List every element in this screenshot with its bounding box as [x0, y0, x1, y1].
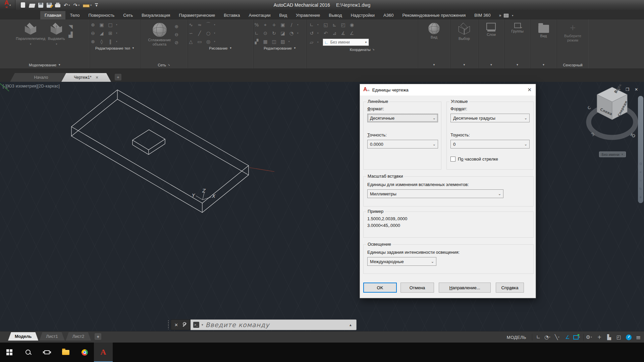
panel-title-mesh[interactable]: Сеть↘ — [140, 61, 187, 68]
undo-button[interactable]: ↶▾ — [64, 3, 70, 8]
navwheel-icon[interactable]: ⊙ — [639, 162, 642, 166]
wrench-icon[interactable] — [182, 322, 187, 327]
app-menu-button[interactable]: AM ▾ — [0, 0, 15, 10]
chrome-button[interactable] — [75, 343, 94, 362]
layout-tab-sheet2[interactable]: Лист2 — [66, 332, 91, 341]
chevron-down-icon[interactable]: ⌄ — [524, 142, 527, 146]
panel-launcher-icon[interactable]: ↘ — [372, 48, 375, 51]
dialog-title-bar[interactable]: Am Единицы чертежа ✕ — [360, 84, 536, 96]
orbit-icon[interactable]: ↻ — [639, 187, 642, 191]
angular-precision-combobox[interactable]: 0⌄ — [450, 140, 530, 148]
annotation-scale-icon[interactable]: + — [595, 333, 604, 342]
panel-title-selection[interactable]: ▼ — [450, 61, 478, 68]
help-button[interactable]: Справка — [496, 283, 524, 293]
chevron-down-icon[interactable]: ⌄ — [433, 116, 436, 120]
dialog-close-icon[interactable]: ✕ — [527, 87, 532, 93]
ribbon-tab-featured-apps[interactable]: Рекомендованные приложения — [398, 11, 470, 19]
ribbon-tab-mesh[interactable]: Сеть — [119, 11, 137, 19]
ribbon-tab-solid[interactable]: Тело — [65, 11, 84, 19]
workspace-icon[interactable]: ◰ — [614, 333, 623, 342]
save-as-button[interactable] — [47, 3, 52, 8]
panel-launcher-icon[interactable]: ↘ — [168, 63, 170, 66]
lighting-units-combobox[interactable]: Международные⌄ — [367, 257, 436, 266]
taskbar-search-button[interactable] — [19, 343, 38, 362]
ribbon-display-toggle-icon[interactable] — [504, 14, 508, 17]
cancel-button[interactable]: Отмена — [400, 283, 434, 293]
file-tab-drawing1[interactable]: Чертеж1*✕ — [61, 73, 111, 82]
ribbon-tab-bim360[interactable]: BIM 360 — [470, 11, 495, 19]
drawing-canvas[interactable]: [-][ЮЗ изометрия][2D-каркас] — [0, 82, 644, 331]
layout-tab-model[interactable]: Модель — [8, 332, 38, 341]
chevron-down-icon[interactable]: ▾ — [78, 4, 79, 7]
close-icon[interactable]: ✕ — [174, 322, 178, 327]
insertion-units-combobox[interactable]: Миллиметры⌄ — [367, 189, 503, 198]
customize-qat-button[interactable]: ▼ — [95, 3, 98, 7]
isodraft-icon[interactable]: ╲▾ — [553, 333, 562, 342]
new-file-button[interactable] — [21, 2, 25, 8]
recent-commands-icon[interactable]: ▲ — [347, 323, 354, 327]
panel-title-groups[interactable]: ▼ — [504, 61, 530, 68]
new-drawing-tab-button[interactable]: + — [115, 74, 121, 80]
autocad-taskbar-button[interactable]: A — [94, 343, 113, 362]
panel-title-modify[interactable]: Редактирование▼ — [254, 45, 306, 52]
clean-screen-icon[interactable] — [624, 333, 633, 342]
command-placeholder[interactable]: Введите команду — [205, 321, 345, 328]
tab-overflow-icon[interactable]: » — [499, 13, 501, 18]
clockwise-checkbox[interactable]: По часовой стрелке — [450, 157, 498, 162]
ribbon-tab-parametric[interactable]: Параметрические — [174, 11, 219, 19]
view-cube[interactable]: С З Ю Верх Слева Спереди — [584, 84, 644, 162]
ribbon-tab-visualize[interactable]: Визуализация — [137, 11, 174, 19]
grid-display-icon[interactable]: ∟ — [534, 333, 543, 342]
ribbon-tab-a360[interactable]: A360 — [379, 11, 398, 19]
panel-title-view2[interactable]: ▼ — [531, 61, 556, 68]
file-explorer-button[interactable] — [56, 343, 75, 362]
ribbon-tab-insert[interactable]: Вставка — [219, 11, 244, 19]
direction-button[interactable]: Направление... — [439, 283, 491, 293]
chevron-down-icon[interactable]: ⌄ — [524, 116, 527, 120]
panel-title-view[interactable]: ▼ — [418, 61, 450, 68]
task-view-button[interactable] — [38, 343, 56, 362]
chevron-down-icon[interactable]: ▼ — [365, 41, 367, 44]
dynamic-input-icon[interactable]: ▾ — [573, 333, 582, 342]
ucs-name-combobox[interactable]: ∟ Без имени ▼ — [323, 39, 369, 46]
dynamic-ucs-icon[interactable]: ∠ — [563, 333, 572, 342]
snap-mode-icon[interactable]: ◔▾ — [544, 333, 552, 342]
chevron-down-icon[interactable]: ⌄ — [431, 259, 434, 264]
ribbon-tab-output[interactable]: Вывод — [324, 11, 346, 19]
gear-icon[interactable]: ⚙▾ — [585, 333, 594, 342]
customization-menu-icon[interactable]: ≡ — [634, 333, 643, 342]
checkbox-icon[interactable] — [450, 157, 455, 162]
viewcube-ucs-button[interactable]: Без имени▼ — [599, 152, 626, 157]
chevron-down-icon[interactable]: ▾ — [69, 4, 70, 7]
close-tab-icon[interactable]: ✕ — [96, 75, 99, 80]
command-input[interactable]: >_ ▾ Введите команду ▲ — [191, 319, 357, 330]
panel-title-modeling[interactable]: Моделирование▼ — [0, 61, 90, 68]
angular-format-combobox[interactable]: Десятичные градусы⌄ — [450, 114, 530, 122]
open-file-button[interactable] — [29, 4, 36, 8]
ribbon-tab-view[interactable]: Вид — [275, 11, 292, 19]
ribbon-tab-addins[interactable]: Надстройки — [346, 11, 379, 19]
ribbon-tab-manage[interactable]: Управление — [291, 11, 324, 19]
panel-title-layers[interactable]: ▼ — [478, 61, 504, 68]
start-button[interactable] — [0, 343, 19, 362]
navigation-bar[interactable]: ⊙ + ○ ↻ ≡ — [638, 96, 643, 203]
drag-handle[interactable] — [167, 320, 170, 329]
chevron-down-icon[interactable]: ▾ — [90, 4, 92, 7]
redo-button[interactable]: ↷▾ — [73, 3, 80, 8]
ribbon-tab-annotate[interactable]: Аннотации — [245, 11, 275, 19]
showmotion-icon[interactable]: ≡ — [640, 195, 642, 199]
new-layout-button[interactable]: + — [95, 333, 101, 340]
panel-title-coordinates[interactable]: Координаты↘ — [307, 46, 418, 53]
chevron-down-icon[interactable]: ▾ — [202, 323, 203, 326]
ok-button[interactable]: OK — [363, 283, 397, 293]
chevron-down-icon[interactable]: ⌄ — [498, 192, 501, 196]
chevron-down-icon[interactable]: ⌄ — [433, 142, 436, 146]
pan-icon[interactable]: + — [640, 170, 642, 174]
linear-precision-combobox[interactable]: 0.0000⌄ — [367, 140, 438, 148]
linear-format-combobox[interactable]: Десятичные⌄ — [367, 114, 438, 122]
annotation-visibility-icon[interactable]: ▙ — [605, 333, 613, 342]
save-button[interactable] — [38, 3, 43, 8]
chevron-down-icon[interactable]: ▾ — [512, 14, 513, 17]
ribbon-tab-surface[interactable]: Поверхность — [84, 11, 119, 19]
layout-tab-sheet1[interactable]: Лист1 — [39, 332, 64, 341]
